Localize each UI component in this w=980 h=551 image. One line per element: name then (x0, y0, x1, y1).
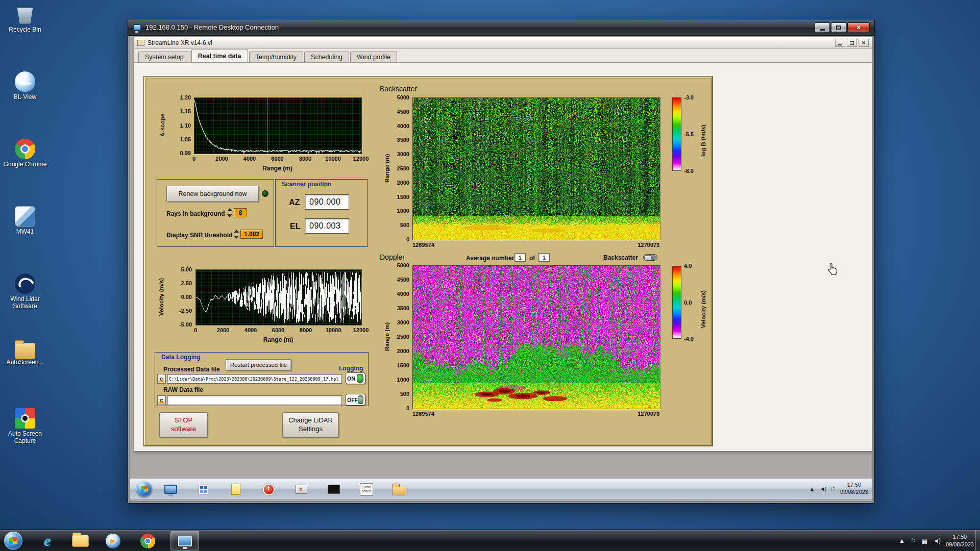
axis-tick-label: 1500 (397, 194, 409, 200)
remote-taskbar-window-icon[interactable] (293, 482, 309, 497)
taskbar-remote-desktop-active[interactable] (170, 531, 199, 550)
remote-taskbar-grid-icon[interactable] (195, 482, 211, 497)
rays-value[interactable]: 8 (234, 208, 247, 217)
rdp-minimize-button[interactable] (815, 22, 830, 32)
processed-drive-selector[interactable]: C (157, 374, 166, 384)
desktop-icon-mw41[interactable]: MW41 (1, 206, 49, 236)
raw-path-field[interactable] (167, 395, 342, 405)
network-icon[interactable] (922, 537, 927, 544)
desktop-icon-autoscreen[interactable]: AutoScreen... (1, 341, 49, 366)
hidden-icons-chevron[interactable] (810, 486, 815, 492)
axis-tick-label: 4500 (397, 277, 409, 283)
volume-icon[interactable] (933, 537, 940, 544)
remote-start-button[interactable] (136, 481, 152, 497)
backscatter-x-end: 1270073 (608, 242, 659, 248)
restart-processed-file-button[interactable]: Restart processed file (226, 359, 291, 371)
remote-desktop-icon (178, 536, 192, 546)
average-number-field[interactable]: 1 (514, 253, 526, 262)
remote-taskbar-cmd-icon[interactable] (326, 482, 341, 497)
snr-spinner[interactable] (234, 230, 239, 239)
desktop-icon-recycle-bin[interactable]: Recycle Bin (1, 4, 49, 34)
taskbar-internet-explorer[interactable]: e (36, 531, 59, 550)
start-button[interactable] (4, 532, 22, 550)
processed-path-field[interactable]: C:\Lidar\Data\Proc\2023\202308\20230809\… (167, 374, 342, 384)
hidden-icons-chevron[interactable] (899, 537, 905, 544)
remote-taskbar-folder-icon[interactable] (391, 482, 407, 497)
remote-taskbar-power-icon[interactable] (261, 482, 276, 497)
action-center-flag-icon[interactable] (830, 486, 836, 492)
rdp-computer-icon (133, 24, 141, 31)
velocity-yticks: 5.002.500.00-2.50-5.00 (166, 269, 193, 324)
renew-background-button[interactable]: Renew background now (166, 186, 259, 202)
axis-tick-label: -2.50 (179, 308, 192, 314)
axis-tick-label: -4.0 (684, 336, 694, 342)
wind-lidar-icon (15, 273, 35, 294)
average-of-field[interactable]: 1 (538, 253, 550, 262)
clock[interactable]: 17:50 09/08/2023 (946, 533, 974, 548)
axis-tick-label: 6000 (271, 156, 283, 162)
tab-system-setup[interactable]: System setup (138, 52, 190, 62)
stop-software-button[interactable]: STOP software (159, 412, 208, 438)
axis-tick-label: 1.05 (180, 136, 191, 142)
axis-tick-label: 2000 (217, 327, 229, 333)
backscatter-toggle-slider[interactable] (643, 254, 657, 261)
rdp-maximize-button[interactable] (831, 22, 846, 32)
app-maximize-button[interactable] (847, 39, 857, 47)
show-desktop-button[interactable] (975, 530, 980, 551)
desktop-icon-google-chrome[interactable]: Google Chrome (1, 139, 49, 168)
folder-icon (393, 486, 406, 495)
switch-knob (357, 374, 363, 383)
axis-tick-label: -8.0 (684, 168, 694, 174)
tab-real-time-data[interactable]: Real time data (191, 49, 248, 62)
tab-temp-humidity[interactable]: Temp/humidity (249, 52, 304, 62)
app-minimize-button[interactable] (835, 39, 845, 47)
change-lidar-settings-button[interactable]: Change LiDAR Settings (282, 412, 339, 438)
rdp-titlebar[interactable]: 192.168.0.150 - Remote Desktop Connectio… (128, 19, 874, 36)
app-vi-icon (137, 40, 144, 46)
desktop-icon-label: Recycle Bin (1, 27, 49, 34)
host-time: 17:50 (946, 533, 974, 540)
taskbar-media-player[interactable] (101, 531, 125, 550)
volume-icon[interactable] (820, 486, 826, 492)
doppler-heatmap (412, 265, 660, 409)
axis-tick-label: 2000 (397, 180, 409, 186)
host-taskbar: e 17:50 09/08/2023 (0, 530, 980, 551)
doppler-colorbar (672, 266, 681, 339)
axis-tick-label: 0 (406, 405, 409, 411)
axis-tick-label: 3000 (397, 151, 409, 157)
snr-value[interactable]: 1.002 (240, 230, 263, 239)
axis-tick-label: 1.10 (180, 122, 191, 129)
remote-taskbar-notes-icon[interactable] (228, 482, 243, 497)
az-value-field[interactable]: 090.000 (305, 194, 349, 210)
taskbar-chrome[interactable] (136, 531, 159, 550)
data-logging-groupbox: Data Logging Processed Data file Restart… (155, 352, 369, 406)
recycle-bin-icon (15, 4, 35, 24)
rays-in-background-label: Rays in background (166, 210, 225, 217)
raw-drive-selector[interactable]: C (157, 395, 166, 405)
raw-logging-switch[interactable]: OFF (345, 394, 365, 406)
taskbar-windows-explorer[interactable] (68, 531, 92, 550)
el-value-field[interactable]: 090.003 (305, 218, 349, 234)
processed-logging-switch[interactable]: ON (345, 372, 365, 384)
tab-scheduling[interactable]: Scheduling (304, 52, 349, 62)
remote-taskbar-scan-sched-icon[interactable]: Scan sched (359, 482, 374, 497)
desktop-icon-bl-view[interactable]: BL-View (1, 71, 49, 101)
auto-screen-capture-icon (15, 408, 35, 429)
window-close-icon (296, 485, 307, 494)
rdp-close-button[interactable] (847, 22, 870, 32)
doppler-ylabel: Range (m) (383, 265, 391, 408)
app-titlebar[interactable]: StreamLine XR v14-6.vi (134, 37, 872, 49)
remote-taskbar-monitor-icon[interactable] (163, 482, 178, 497)
data-logging-title: Data Logging (161, 354, 201, 361)
axis-tick-label: 2000 (397, 348, 409, 354)
rays-spinner[interactable] (227, 208, 233, 217)
doppler-x-end: 1270073 (608, 411, 659, 417)
desktop-icon-wind-lidar[interactable]: Wind Lidar Software (1, 273, 49, 310)
desktop-icon-auto-screen-capture[interactable]: Auto Screen Capture (1, 408, 49, 445)
axis-tick-label: 10000 (326, 327, 341, 333)
action-center-flag-icon[interactable] (911, 537, 916, 544)
remote-clock[interactable]: 17:50 09/08/2023 (840, 482, 868, 496)
backscatter-colorbar (672, 97, 681, 171)
tab-wind-profile[interactable]: Wind profile (350, 52, 397, 62)
app-close-button[interactable] (859, 39, 869, 47)
